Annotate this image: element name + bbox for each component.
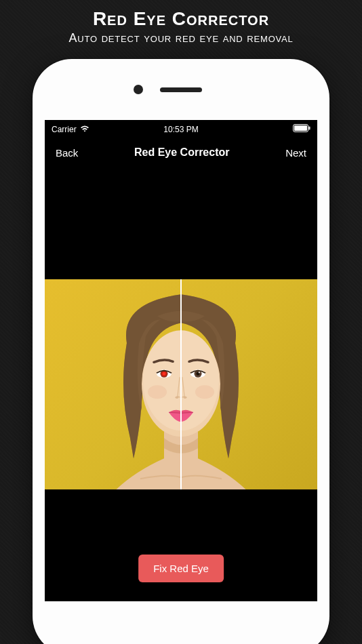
status-left: Carrier — [52, 125, 89, 134]
promo-title: Red Eye Corrector — [7, 8, 355, 30]
svg-point-15 — [148, 385, 167, 399]
phone-speaker — [160, 87, 202, 92]
battery-icon — [293, 124, 310, 134]
svg-point-12 — [199, 371, 200, 373]
fix-red-eye-button[interactable]: Fix Red Eye — [138, 555, 224, 582]
photo-container — [45, 279, 317, 489]
status-bar: Carrier 10:53 PM — [45, 120, 317, 137]
back-button[interactable]: Back — [56, 147, 78, 159]
svg-point-13 — [176, 396, 179, 399]
carrier-label: Carrier — [52, 125, 77, 134]
svg-rect-2 — [309, 127, 310, 130]
phone-camera-dot — [134, 85, 143, 94]
app-screen: Carrier 10:53 PM Back Red Eye Corrector … — [45, 120, 317, 601]
svg-point-14 — [184, 396, 187, 399]
compare-divider[interactable] — [180, 279, 182, 489]
svg-rect-1 — [294, 125, 307, 131]
wifi-icon — [80, 125, 89, 134]
svg-point-8 — [163, 372, 165, 375]
phone-frame: Carrier 10:53 PM Back Red Eye Corrector … — [33, 59, 329, 644]
promo-subtitle: Auto detect your red eye and removal — [7, 31, 355, 45]
screen-title: Red Eye Corrector — [134, 146, 230, 159]
image-compare-area[interactable] — [45, 218, 317, 550]
next-button[interactable]: Next — [285, 147, 306, 159]
promo-header: Red Eye Corrector Auto detect your red e… — [0, 0, 362, 51]
svg-point-16 — [195, 385, 214, 399]
nav-bar: Back Red Eye Corrector Next — [45, 137, 317, 171]
status-time: 10:53 PM — [163, 125, 198, 134]
status-right — [293, 124, 310, 134]
